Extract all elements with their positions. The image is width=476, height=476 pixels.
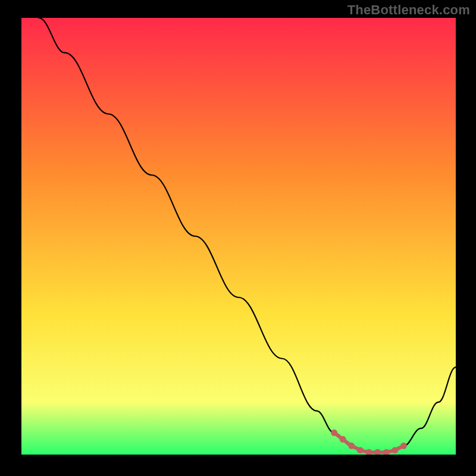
optimal-range-dot: [340, 436, 346, 443]
optimal-range-dot: [331, 430, 337, 436]
optimal-range-dot: [357, 447, 364, 453]
plot-area: [21, 18, 456, 455]
attribution-text: TheBottleneck.com: [347, 2, 470, 18]
optimal-range-dot: [400, 443, 407, 449]
optimal-range-dot: [348, 443, 355, 449]
plot-svg: [21, 18, 456, 455]
optimal-range-dot: [392, 447, 398, 453]
chart-frame: TheBottleneck.com: [0, 0, 476, 476]
